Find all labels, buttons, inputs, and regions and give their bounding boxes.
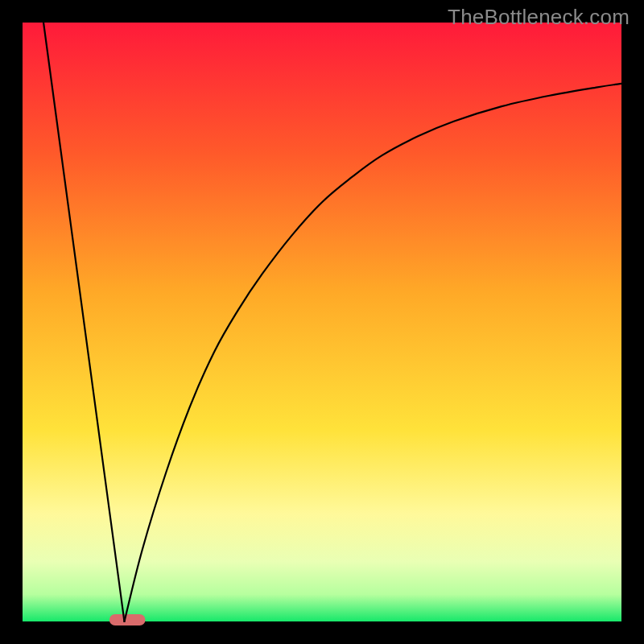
bottleneck-chart: TheBottleneck.com	[0, 0, 644, 644]
chart-svg	[0, 0, 644, 644]
optimal-band-marker	[109, 614, 146, 625]
watermark-text: TheBottleneck.com	[448, 5, 630, 30]
